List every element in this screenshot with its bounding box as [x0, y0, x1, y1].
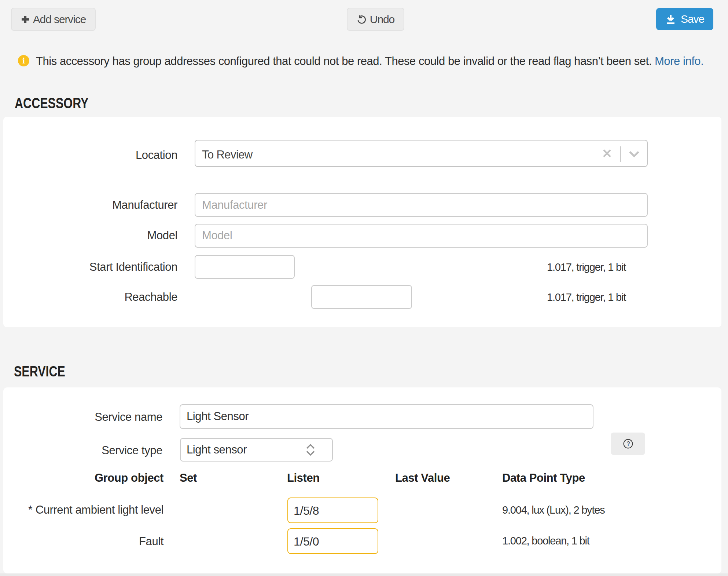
svg-text:?: ?	[626, 440, 630, 447]
